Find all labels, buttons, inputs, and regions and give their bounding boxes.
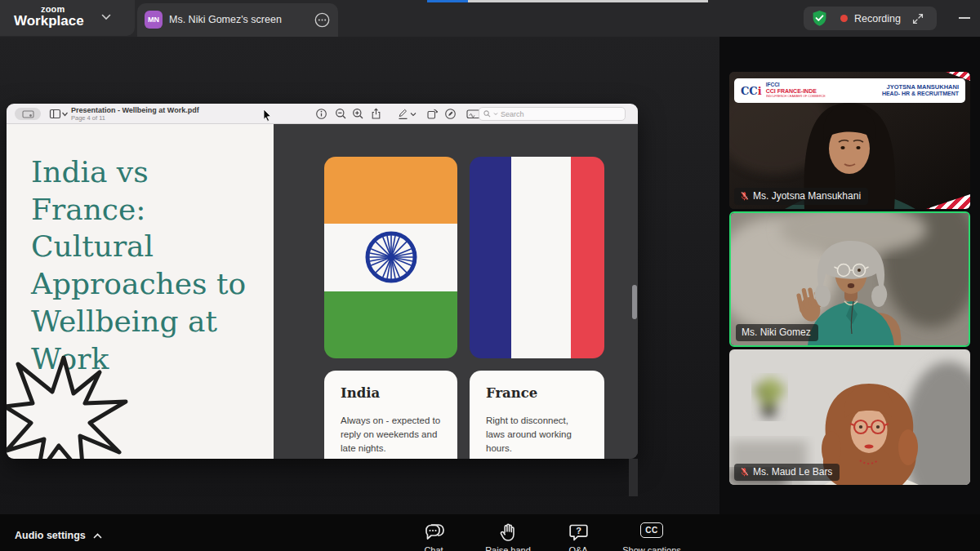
speaker-role: HEAD- HR & RECRUITMENT [882,91,959,98]
participant-name: Ms. Jyotsna Mansukhani [753,190,861,202]
remote-cursor [263,109,272,122]
zoom-out-icon [335,108,347,120]
show-captions-button[interactable]: CC Show captions [640,514,663,551]
sidebar-chevron-down-icon [61,108,69,120]
france-flag [470,157,604,358]
gallery-button [15,108,41,120]
recording-label: Recording [854,13,901,24]
gallery-icon [22,110,34,118]
audio-settings-label: Audio settings [15,530,86,541]
pdf-search-field [479,107,626,121]
raise-hand-button[interactable]: Raise hand [498,514,518,551]
ashoka-chakra-icon [364,230,418,284]
participant-tile-niki-active-speaker[interactable]: Ms. Niki Gomez [729,211,970,347]
shared-window-edge-blue [427,0,468,2]
pdf-scrollbar-thumb [632,285,637,319]
slide-page: India vs France: Cultural Approaches to … [7,124,638,459]
france-card-body: Right to disconnect, laws around working… [486,414,588,455]
participant-name: Ms. Niki Gomez [742,327,811,338]
qa-button[interactable]: ? Q&A [568,514,588,551]
screen-share-area: Presentation - Wellbeing at Work.pdf Pag… [0,37,719,516]
cc-icon: CC [640,522,663,538]
sidebar-icon [49,108,61,120]
zoom-meeting-window: zoom Workplace MN Ms. Niki Gomez's scree… [0,0,980,551]
shield-check-icon [812,10,827,27]
ifcci-logo: CCi [741,85,762,97]
qa-icon: ? [568,522,589,542]
chevron-up-icon[interactable] [93,533,102,539]
share-icon [370,108,382,120]
participant-name-label: Ms. Maud Le Bars [734,464,840,481]
france-card-heading: France [486,385,588,401]
participant-tile-jyotsna[interactable]: CCi IFCCI CCI FRANCE-INDE INDO-FRENCH CH… [729,72,970,209]
slide-title: India vs France: Cultural Approaches to … [31,153,255,377]
zoom-workplace-menu[interactable]: zoom Workplace [0,0,135,36]
markup-pencil-icon [397,108,409,120]
tab-title: Ms. Niki Gomez's screen [169,14,282,25]
search-input [501,110,607,118]
meeting-controls-bar: Audio settings Chat Raise hand ? Q&A [0,514,980,551]
pdf-page-info: Page 4 of 11 [71,114,105,122]
tab-options-icon[interactable] [314,12,330,28]
screen-share-tab[interactable]: MN Ms. Niki Gomez's screen [137,3,338,37]
avatar: MN [145,11,163,29]
workplace-logo: Workplace [14,13,84,29]
org-name: CCI FRANCE-INDE [766,88,865,94]
participant-name: Ms. Maud Le Bars [753,466,832,478]
annotate-icon [444,108,457,120]
markup-chevron-down-icon [410,108,416,120]
zoom-in-icon [352,108,364,120]
rotate-icon [426,108,439,120]
pdf-file-title: Presentation - Wellbeing at Work.pdf [71,106,199,114]
minimize-button[interactable] [959,17,970,19]
participant-name-label: Ms. Jyotsna Mansukhani [734,188,868,205]
participant-name-label: Ms. Niki Gomez [736,324,818,341]
search-chevron-icon [493,110,498,118]
chat-button[interactable]: Chat [424,514,443,551]
india-card: India Always on - expected to reply on w… [324,371,457,459]
france-card: France Right to disconnect, laws around … [470,371,604,459]
recording-dot [840,15,848,22]
speaker-name: JYOTSNA MANSUKHANI [882,83,959,91]
show-captions-label: Show captions [603,545,701,551]
mic-muted-icon [740,467,749,478]
slide-flags-panel: India Always on - expected to reply on w… [274,124,638,459]
audio-settings-button[interactable]: Audio settings [15,530,102,541]
recording-indicator[interactable]: Recording [804,7,937,30]
info-icon [315,108,327,120]
chevron-down-icon[interactable] [101,14,111,20]
mic-muted-icon [740,191,749,202]
india-card-heading: India [341,385,441,401]
india-card-body: Always on - expected to reply on weekend… [341,414,441,455]
india-flag [324,157,457,358]
shared-screen-edge [629,459,638,496]
shared-window-edge-white [468,0,708,2]
ifcci-org-block: IFCCI CCI FRANCE-INDE INDO-FRENCH CHAMBE… [766,82,865,99]
search-icon [483,110,491,118]
top-bar: zoom Workplace MN Ms. Niki Gomez's scree… [0,0,980,37]
ifcci-banner: CCi IFCCI CCI FRANCE-INDE INDO-FRENCH CH… [734,78,965,103]
pdf-toolbar: Presentation - Wellbeing at Work.pdf Pag… [7,104,638,124]
org-subtitle: INDO-FRENCH CHAMBER OF COMMERCE [766,95,826,98]
speaker-title-block: JYOTSNA MANSUKHANI HEAD- HR & RECRUITMEN… [882,83,959,98]
star-doodle [7,356,129,459]
svg-text:?: ? [576,526,581,535]
fullscreen-icon[interactable] [912,13,924,24]
chat-bubble-icon [424,522,445,542]
participant-tile-maud[interactable]: Ms. Maud Le Bars [729,349,970,485]
org-acronym: IFCCI [766,82,865,88]
pdf-preview-window: Presentation - Wellbeing at Work.pdf Pag… [7,104,638,459]
raise-hand-icon [498,522,518,543]
slide-title-panel: India vs France: Cultural Approaches to … [7,124,274,459]
